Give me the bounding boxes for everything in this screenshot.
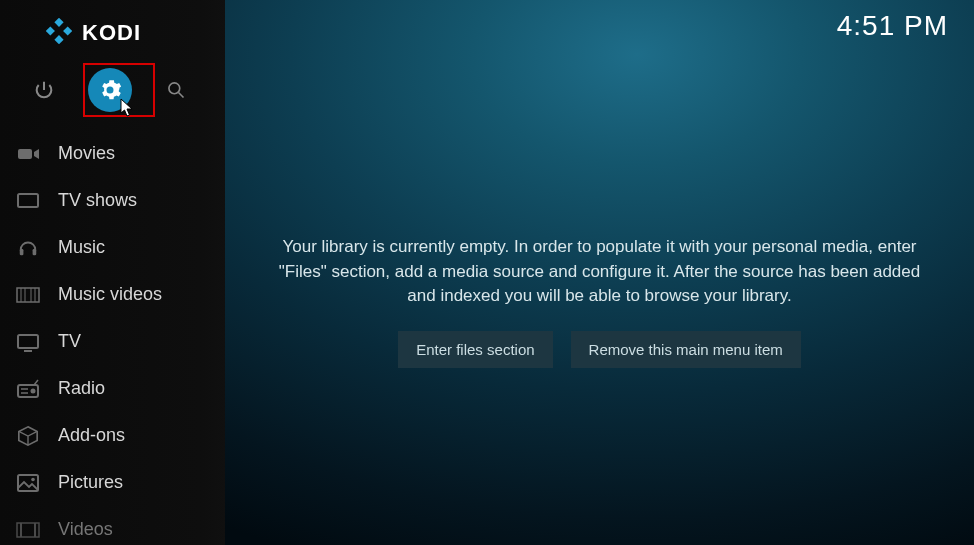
empty-library-panel: Your library is currently empty. In orde… bbox=[225, 235, 974, 368]
movies-icon bbox=[16, 142, 40, 166]
sidebar-item-music[interactable]: Music bbox=[0, 224, 225, 271]
clock: 4:51 PM bbox=[837, 10, 948, 42]
sidebar-item-label: TV bbox=[58, 331, 81, 352]
sidebar: KODI bbox=[0, 0, 225, 545]
sidebar-item-addons[interactable]: Add-ons bbox=[0, 412, 225, 459]
sidebar-item-label: Videos bbox=[58, 519, 113, 540]
tvshows-icon bbox=[16, 189, 40, 213]
gear-icon bbox=[98, 78, 122, 102]
settings-button[interactable] bbox=[88, 68, 132, 112]
svg-rect-23 bbox=[18, 475, 38, 491]
main-menu: Movies TV shows Music Music videos bbox=[0, 130, 225, 545]
svg-marker-7 bbox=[34, 149, 39, 159]
cursor-icon bbox=[120, 98, 136, 122]
addons-icon bbox=[16, 424, 40, 448]
svg-rect-26 bbox=[20, 523, 22, 537]
logo: KODI bbox=[0, 10, 225, 58]
sidebar-item-label: Music bbox=[58, 237, 105, 258]
svg-rect-2 bbox=[63, 26, 72, 35]
sidebar-item-label: Add-ons bbox=[58, 425, 125, 446]
app-name: KODI bbox=[82, 20, 141, 46]
top-icon-row bbox=[0, 58, 225, 130]
svg-point-4 bbox=[169, 83, 180, 94]
enter-files-button[interactable]: Enter files section bbox=[398, 331, 552, 368]
sidebar-item-tv[interactable]: TV bbox=[0, 318, 225, 365]
power-button[interactable] bbox=[30, 76, 58, 104]
sidebar-item-tvshows[interactable]: TV shows bbox=[0, 177, 225, 224]
svg-rect-27 bbox=[34, 523, 36, 537]
svg-rect-11 bbox=[17, 288, 39, 302]
svg-rect-1 bbox=[46, 26, 55, 35]
sidebar-item-label: Movies bbox=[58, 143, 115, 164]
svg-rect-9 bbox=[20, 248, 24, 254]
tv-icon bbox=[16, 330, 40, 354]
search-button[interactable] bbox=[162, 76, 190, 104]
svg-rect-0 bbox=[54, 18, 63, 27]
kodi-logo-icon bbox=[46, 18, 72, 48]
music-icon bbox=[16, 236, 40, 260]
svg-point-24 bbox=[31, 477, 35, 481]
search-icon bbox=[166, 80, 186, 100]
pictures-icon bbox=[16, 471, 40, 495]
svg-point-19 bbox=[31, 388, 36, 393]
sidebar-item-pictures[interactable]: Pictures bbox=[0, 459, 225, 506]
main-content: 4:51 PM Your library is currently empty.… bbox=[225, 0, 974, 545]
musicvideos-icon bbox=[16, 283, 40, 307]
power-icon bbox=[33, 79, 55, 101]
svg-rect-3 bbox=[54, 35, 63, 44]
sidebar-item-radio[interactable]: Radio bbox=[0, 365, 225, 412]
svg-rect-6 bbox=[18, 149, 32, 159]
sidebar-item-label: Pictures bbox=[58, 472, 123, 493]
sidebar-item-musicvideos[interactable]: Music videos bbox=[0, 271, 225, 318]
sidebar-item-label: Radio bbox=[58, 378, 105, 399]
empty-library-message: Your library is currently empty. In orde… bbox=[265, 235, 934, 309]
remove-menu-item-button[interactable]: Remove this main menu item bbox=[571, 331, 801, 368]
sidebar-item-movies[interactable]: Movies bbox=[0, 130, 225, 177]
svg-rect-16 bbox=[18, 335, 38, 348]
sidebar-item-label: Music videos bbox=[58, 284, 162, 305]
sidebar-item-label: TV shows bbox=[58, 190, 137, 211]
svg-rect-8 bbox=[18, 194, 38, 207]
videos-icon bbox=[16, 518, 40, 542]
action-button-row: Enter files section Remove this main men… bbox=[398, 331, 801, 368]
svg-rect-10 bbox=[33, 248, 37, 254]
radio-icon bbox=[16, 377, 40, 401]
svg-line-5 bbox=[179, 93, 184, 98]
sidebar-item-videos[interactable]: Videos bbox=[0, 506, 225, 545]
